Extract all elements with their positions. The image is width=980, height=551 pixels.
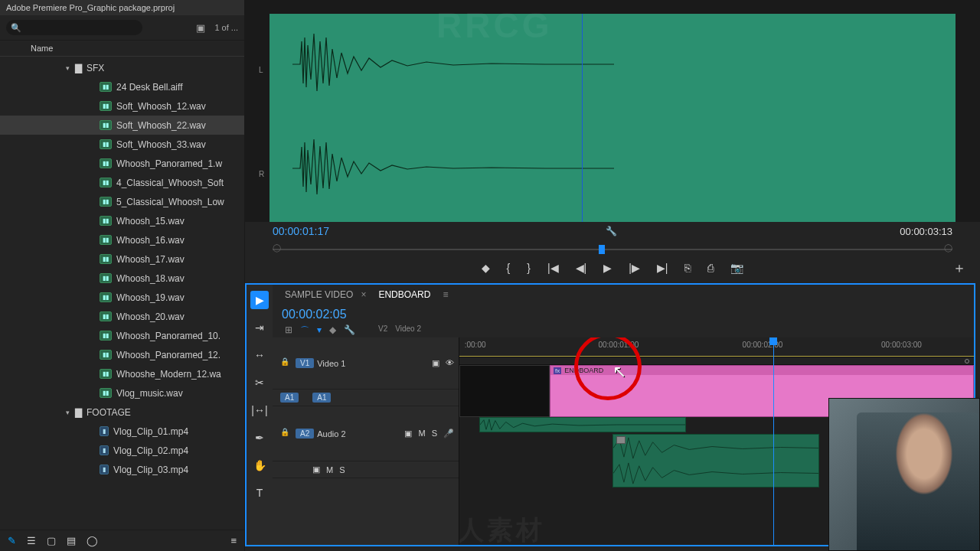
project-item[interactable]: ▮▮Whoosh_15.wav (0, 211, 244, 230)
export-frame-icon[interactable]: 📷 (730, 262, 743, 274)
insert-icon[interactable]: ⎘ (684, 262, 691, 274)
snap-icon[interactable]: ⊞ (285, 324, 292, 337)
folder-row[interactable]: ▾▇FOOTAGE (0, 403, 244, 422)
project-item[interactable]: ▮▮Whoosh_Panoramed_1.w (0, 154, 244, 173)
go-to-in-icon[interactable]: |◀ (547, 262, 559, 274)
project-item[interactable]: ▮▮Whoosh_17.wav (0, 249, 244, 269)
project-item[interactable]: ▮▮5_Classical_Whoosh_Low (0, 192, 244, 211)
a1-source-badge[interactable]: A1 (280, 393, 299, 403)
pen-tool-icon[interactable]: ✒ (250, 429, 269, 447)
add-button-icon[interactable]: ＋ (952, 259, 966, 277)
add-marker-icon[interactable]: ▾ (317, 324, 322, 337)
panel-menu-icon[interactable]: ≡ (230, 535, 237, 546)
razor-tool-icon[interactable]: ✂ (250, 373, 269, 392)
tab-close-icon[interactable]: × (361, 289, 366, 300)
project-tree[interactable]: ▾▇SFX▮▮24 Desk Bell.aiff▮▮Soft_Whoosh_12… (0, 57, 244, 530)
a2-badge[interactable]: A2 (296, 429, 314, 439)
project-item[interactable]: ▮▮Whoosh_Panoramed_10. (0, 326, 244, 345)
icon-view-icon[interactable]: ▢ (47, 535, 56, 546)
lock-icon[interactable]: 🔒 (277, 428, 292, 440)
timeline-ruler[interactable]: :00:0000:00:01:0000:00:02:0000:00:03:00 (459, 337, 974, 357)
wrench-icon[interactable]: 🔧 (606, 226, 617, 236)
folder-row[interactable]: ▾▇SFX (0, 58, 244, 77)
tab-endboard[interactable]: ENDBOARD (375, 288, 433, 302)
project-item[interactable]: ▮▮Whoosh_16.wav (0, 230, 244, 249)
solo-button[interactable]: S (339, 465, 345, 474)
voice-over-icon[interactable]: 🎤 (443, 429, 454, 439)
project-item[interactable]: ▮▮4_Classical_Whoosh_Soft (0, 173, 244, 192)
marker-small-icon[interactable]: ◆ (329, 324, 336, 337)
panel-menu-icon[interactable]: ≡ (443, 289, 448, 300)
scroll-end-dot[interactable] (965, 359, 969, 364)
project-item[interactable]: ▮▮Whoosh_19.wav (0, 288, 244, 307)
project-item[interactable]: ▮Vlog_Clip_03.mp4 (0, 460, 244, 479)
solo-button[interactable]: S (432, 429, 437, 439)
mute-button[interactable]: M (418, 429, 425, 439)
project-item[interactable]: ▮▮Whoosh_Panoramed_12. (0, 345, 244, 364)
clip-audio-a1[interactable] (479, 417, 686, 432)
item-label: Whoosh_17.wav (116, 254, 185, 265)
keyframe-icon[interactable] (616, 436, 626, 444)
type-tool-icon[interactable]: T (250, 484, 269, 502)
toggle-output-icon[interactable]: ▣ (432, 358, 439, 368)
toggle-track-icon[interactable]: ▣ (312, 465, 320, 474)
track-header-a2[interactable]: 🔒 A2 Audio 2 ▣ M S 🎤 (273, 406, 459, 461)
track-select-tool-icon[interactable]: ⇥ (250, 318, 269, 337)
source-playhead[interactable] (582, 14, 583, 222)
clip-audio-a2[interactable] (612, 434, 819, 487)
step-back-icon[interactable]: ◀| (576, 262, 587, 274)
play-icon[interactable]: ▶ (603, 262, 612, 274)
slip-tool-icon[interactable]: |↔| (250, 401, 269, 419)
project-search-input[interactable] (6, 20, 142, 35)
eye-icon[interactable]: 👁 (446, 358, 454, 368)
source-position-slider[interactable]: ◯ ◯ (273, 243, 952, 256)
mute-button[interactable]: M (326, 465, 333, 474)
new-bin-icon[interactable]: ▣ (196, 22, 205, 34)
lock-icon[interactable]: 🔒 (277, 357, 292, 370)
project-item[interactable]: ▮Vlog_Clip_01.mp4 (0, 422, 244, 441)
v1-badge[interactable]: V1 (296, 358, 314, 368)
zoom-slider-dot[interactable]: ◯ (87, 535, 98, 546)
wrench-timeline-icon[interactable]: 🔧 (344, 324, 355, 337)
go-to-out-icon[interactable]: ▶| (657, 262, 668, 274)
toggle-track-icon[interactable]: ▣ (404, 429, 412, 439)
write-icon[interactable]: ✎ (8, 535, 16, 546)
project-item[interactable]: ▮▮Vlog_music.wav (0, 383, 244, 403)
marker-icon[interactable]: ◆ (482, 262, 490, 274)
chevron-down-icon[interactable]: ▾ (63, 409, 72, 416)
track-header-v1[interactable]: 🔒 V1 Video 1 ▣ 👁 (273, 337, 459, 390)
track-header-a1[interactable]: A1 A1 (273, 390, 459, 406)
freeform-view-icon[interactable]: ▤ (67, 535, 76, 546)
project-item[interactable]: ▮▮Whooshe_Modern_12.wa (0, 364, 244, 383)
audio-clip-icon: ▮▮ (100, 82, 112, 92)
overwrite-icon[interactable]: ⎙ (707, 262, 714, 274)
project-item[interactable]: ▮▮Whoosh_18.wav (0, 269, 244, 288)
selection-tool-icon[interactable]: ▶ (250, 291, 269, 309)
slider-thumb[interactable] (599, 245, 605, 254)
timeline-current-timecode[interactable]: 00:00:02:05 (282, 308, 347, 321)
source-current-timecode[interactable]: 00:00:01:17 (273, 225, 329, 237)
step-forward-icon[interactable]: |▶ (629, 262, 640, 274)
hand-tool-icon[interactable]: ✋ (250, 456, 269, 474)
project-item[interactable]: ▮▮Soft_Whoosh_33.wav (0, 135, 244, 154)
track-header-a3[interactable]: ▣ M S (273, 461, 459, 478)
project-item[interactable]: ▮▮Whoosh_20.wav (0, 307, 244, 326)
column-header-name[interactable]: Name (0, 41, 244, 57)
out-point-icon[interactable]: } (527, 262, 531, 274)
a1-badge[interactable]: A1 (312, 393, 331, 403)
project-item[interactable]: ▮▮Soft_Whoosh_12.wav (0, 96, 244, 116)
tab-sample-video[interactable]: SAMPLE VIDEO (282, 288, 356, 302)
project-item[interactable]: ▮▮Soft_Whoosh_22.wav (0, 116, 244, 135)
project-item[interactable]: ▮▮24 Desk Bell.aiff (0, 77, 244, 96)
project-item[interactable]: ▮Vlog_Clip_02.mp4 (0, 441, 244, 460)
list-view-icon[interactable]: ☰ (27, 535, 36, 546)
linked-selection-icon[interactable]: ⌒ (300, 324, 309, 337)
playhead-head-icon[interactable] (769, 337, 777, 345)
chevron-down-icon[interactable]: ▾ (63, 64, 72, 72)
timeline-playhead[interactable] (773, 337, 774, 545)
ripple-edit-tool-icon[interactable]: ↔ (250, 346, 269, 364)
in-point-icon[interactable]: { (507, 262, 511, 274)
clip-black-video[interactable] (459, 365, 550, 417)
timeline-hscroll[interactable] (459, 357, 974, 365)
waveform-background[interactable]: L R (270, 14, 956, 222)
